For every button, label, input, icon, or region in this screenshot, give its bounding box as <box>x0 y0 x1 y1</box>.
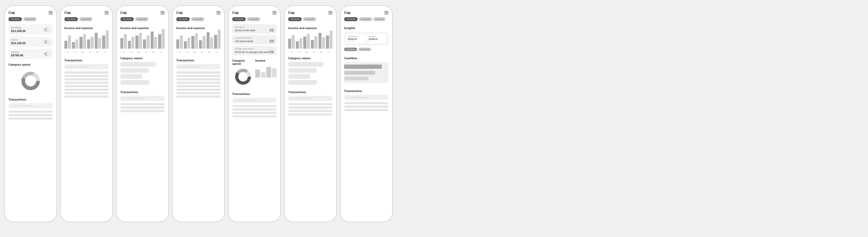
tab6-lastmonth[interactable]: Last Month <box>303 17 316 21</box>
label-mar: Mar <box>135 51 143 53</box>
transactions-7: Transactions ⌕ search, sort, filter, dat… <box>344 87 389 112</box>
transaction-row <box>176 75 221 77</box>
income-toggle[interactable] <box>44 40 50 44</box>
screen2-header: Cap <box>64 10 109 15</box>
label-feb: Feb <box>296 51 303 53</box>
transaction-row <box>8 114 53 116</box>
remaining-value: $12,345.00 <box>11 29 26 32</box>
cashflow-chart <box>344 62 389 83</box>
total-spend-amount: $1100.24 this week <box>235 29 255 32</box>
tab7-lastmonth[interactable]: Last Month <box>359 17 372 21</box>
transaction-row <box>120 103 165 105</box>
label-jan: Jan <box>288 51 296 53</box>
category-item[interactable] <box>120 80 149 85</box>
tab3-lastmonth[interactable]: Last Month <box>135 17 149 21</box>
insights-row: Total spend $1100.24 this week Average $… <box>346 34 386 43</box>
transaction-row <box>344 106 389 108</box>
category-item[interactable] <box>288 68 317 73</box>
avg-weekly-value: $1220.00 on average each week ▶ <box>235 51 274 53</box>
menu-icon-4[interactable] <box>216 11 221 14</box>
phone-screen-3: Cap This Month Last Month Income and exp… <box>116 5 169 222</box>
insights-title-7: Insights <box>344 26 389 30</box>
category-item[interactable] <box>120 74 143 79</box>
tab7-thisyear[interactable]: This Year <box>373 17 385 21</box>
cashflow-title-7: Cashflow <box>344 57 389 60</box>
transaction-row <box>120 107 165 109</box>
expense-value: $3795.00 <box>11 54 23 57</box>
menu-icon-7[interactable] <box>384 11 389 14</box>
search-bar-7[interactable]: ⌕ search, sort, filter, date, tag... <box>344 95 389 100</box>
tab2-thismonth[interactable]: This Month <box>64 17 78 21</box>
category-item[interactable] <box>120 68 149 73</box>
income-expense-title-4: Income and expense <box>176 26 221 30</box>
bar-chart-4: Jan Feb Mar Apr May Jun <box>176 32 221 53</box>
total-spend-insight: Total spend $1100.24 this week <box>346 34 366 43</box>
category-spend-title-5: Category spend <box>232 59 254 65</box>
category-item[interactable] <box>288 62 323 67</box>
search-placeholder-7: search, sort, filter, date, tag... <box>349 97 369 98</box>
bar-chart-2: Jan Feb Mar Apr May Jun <box>64 32 109 53</box>
category-item[interactable] <box>288 74 310 79</box>
expense-label: Expense <box>11 51 23 53</box>
tab1-thismonth[interactable]: This Month <box>8 17 22 21</box>
label-may: May <box>318 51 325 53</box>
chart-labels-2: Jan Feb Mar Apr May Jun <box>64 51 109 53</box>
label-feb: Feb <box>184 51 191 53</box>
phone-screen-6: Cap This Month Last Month Income and exp… <box>284 5 337 222</box>
search-bar-3[interactable]: ⌕ search, sort, filter, date, tag... <box>120 96 165 101</box>
action-btn-lastmonth[interactable]: Last Month <box>359 48 371 51</box>
menu-icon-5[interactable] <box>272 11 277 14</box>
action-btn-thismonth[interactable]: This Month <box>344 48 357 51</box>
transaction-row <box>232 115 277 117</box>
label-mar: Mar <box>303 51 310 53</box>
insights-box: Total spend $1100.24 this week Average $… <box>344 32 389 46</box>
menu-icon-6[interactable] <box>328 11 333 14</box>
category-income-panel: Category spend Income <box>232 57 277 88</box>
search-bar-5[interactable]: ⌕ search, sort, filter, date, tag... <box>232 98 277 103</box>
remaining-toggle[interactable] <box>44 28 50 31</box>
expense-card: Expense $3795.00 <box>8 49 53 59</box>
remaining-label: Remaining <box>11 26 26 29</box>
tab5-lastmonth[interactable]: Last Month <box>247 17 260 21</box>
screen1-title: Cap <box>8 10 15 15</box>
label-apr: Apr <box>310 51 318 53</box>
tab1-lastmonth[interactable]: Last Month <box>23 17 37 21</box>
search-placeholder-5: search, sort, filter, date, tag... <box>237 100 257 101</box>
search-bar-4[interactable]: ⌕ search, sort, filter, date, tag... <box>176 64 221 69</box>
label-apr: Apr <box>87 51 94 53</box>
transaction-row <box>288 103 333 105</box>
transaction-row <box>64 75 109 77</box>
tab4-thismonth[interactable]: This Month <box>176 17 190 21</box>
tab4-lastmonth[interactable]: Last Month <box>191 17 205 21</box>
screen1-header: Cap <box>8 10 53 15</box>
tab2-lastmonth[interactable]: Last Month <box>79 17 93 21</box>
transaction-row <box>176 85 221 87</box>
search-bar-2[interactable]: ⌕ search, sort, filter, date, tag... <box>64 64 109 69</box>
transaction-row <box>176 82 221 84</box>
category-item[interactable] <box>288 80 317 85</box>
top-merchant-card: Top spend merchant Aldi Supermarket ▶ <box>232 35 277 45</box>
category-values-title-3: Category values <box>120 57 165 60</box>
transaction-row <box>232 112 277 114</box>
menu-icon-2[interactable] <box>104 11 109 14</box>
search-bar-6[interactable]: ⌕ search, sort, filter, date, tag... <box>288 96 333 101</box>
remaining-card: Remaining $12,345.00 <box>8 24 53 35</box>
tab3-thismonth[interactable]: This Month <box>120 17 134 21</box>
total-spend-card: Total spend $1100.24 this week ▶ <box>232 24 277 34</box>
tab7-thismonth[interactable]: This Month <box>344 17 358 21</box>
expense-toggle[interactable] <box>44 52 50 56</box>
tab5-thismonth[interactable]: This Month <box>232 17 246 21</box>
category-item[interactable] <box>120 62 156 67</box>
transaction-row <box>176 88 221 91</box>
search-bar-1[interactable]: ⌕ search, sort, filter, date, tag... <box>8 103 53 108</box>
menu-icon-1[interactable] <box>49 11 53 14</box>
transactions-1: Transactions ⌕ search, sort, filter, dat… <box>8 96 53 121</box>
label-jan: Jan <box>64 51 72 53</box>
tab6-thismonth[interactable]: This Month <box>288 17 302 21</box>
label-feb: Feb <box>128 51 135 53</box>
menu-icon-3[interactable] <box>160 11 165 14</box>
average-insight-label: Average <box>369 35 385 37</box>
screen5-title: Cap <box>232 10 239 15</box>
total-spend-value: $1100.24 this week ▶ <box>235 29 274 32</box>
income-label: Income <box>11 38 26 41</box>
